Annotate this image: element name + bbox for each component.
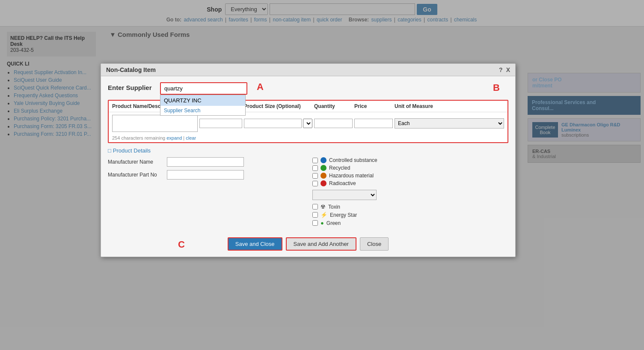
supplier-dropdown-item[interactable]: QUARTZY INC bbox=[160, 95, 245, 106]
product-details-label: Product Details bbox=[113, 147, 151, 154]
col-product-size: Product Size (Optional) bbox=[244, 103, 312, 109]
close-button[interactable]: Close bbox=[360, 237, 389, 251]
label-b: B bbox=[493, 82, 500, 93]
label-c: C bbox=[178, 239, 185, 250]
product-name-input[interactable] bbox=[112, 115, 198, 132]
green-icon: ● bbox=[321, 220, 324, 226]
energy-label: Energy Star bbox=[330, 212, 357, 218]
product-details-right: Controlled substance Recycled Hazardous … bbox=[312, 157, 508, 226]
modal-help-button[interactable]: ? bbox=[499, 66, 503, 73]
modal-footer: C Save and Close Save and Add Another Cl… bbox=[101, 232, 515, 257]
chars-remaining: 254 characters remaining expand | clear bbox=[109, 135, 507, 142]
enter-supplier-label: Enter Supplier bbox=[108, 84, 155, 91]
manufacturer-part-input[interactable] bbox=[167, 170, 244, 179]
unit-of-measure-select[interactable]: Each bbox=[395, 118, 504, 129]
manufacturer-name-row: Manufacturer Name bbox=[108, 157, 304, 167]
radioactive-icon bbox=[321, 180, 326, 186]
checkbox-hazardous: Hazardous material bbox=[312, 173, 508, 179]
supplier-search-link[interactable]: Supplier Search bbox=[160, 106, 245, 115]
collapse-icon: □ bbox=[108, 147, 111, 154]
green-checkbox[interactable] bbox=[312, 220, 318, 226]
modal-close-button[interactable]: X bbox=[506, 66, 510, 73]
toxin-icon: ☢ bbox=[321, 203, 326, 210]
radioactive-dropdown[interactable] bbox=[312, 190, 377, 200]
hazardous-checkbox[interactable] bbox=[312, 173, 318, 179]
supplier-section: Enter Supplier QUARTZY INC Supplier Sear… bbox=[108, 82, 508, 95]
col-quantity: Quantity bbox=[314, 103, 353, 109]
product-details-left: Manufacturer Name Manufacturer Part No bbox=[108, 157, 304, 226]
product-size-unit[interactable] bbox=[303, 119, 312, 128]
recycled-label: Recycled bbox=[329, 165, 350, 171]
controlled-label: Controlled substance bbox=[329, 157, 377, 163]
supplier-dropdown: QUARTZY INC Supplier Search bbox=[160, 95, 246, 116]
manufacturer-part-row: Manufacturer Part No bbox=[108, 170, 304, 179]
hazardous-icon bbox=[321, 173, 326, 179]
modal-header-icons: ? X bbox=[499, 66, 510, 73]
recycled-icon bbox=[321, 165, 326, 171]
save-add-button[interactable]: Save and Add Another bbox=[286, 237, 356, 251]
product-details-body: Manufacturer Name Manufacturer Part No bbox=[108, 157, 508, 226]
checkbox-energy: ⚡ Energy Star bbox=[312, 212, 508, 218]
radioactive-checkbox[interactable] bbox=[312, 181, 318, 186]
checkbox-recycled: Recycled bbox=[312, 165, 508, 171]
energy-icon: ⚡ bbox=[321, 212, 327, 218]
clear-link[interactable]: clear bbox=[186, 135, 196, 141]
expand-link[interactable]: expand bbox=[166, 135, 182, 141]
manufacturer-part-label: Manufacturer Part No bbox=[108, 172, 163, 178]
checkbox-radioactive: Radioactive bbox=[312, 180, 508, 186]
price-input[interactable] bbox=[354, 119, 393, 128]
hazardous-label: Hazardous material bbox=[329, 173, 374, 179]
green-label: Green bbox=[326, 220, 341, 226]
quantity-input[interactable] bbox=[314, 119, 353, 128]
energy-checkbox[interactable] bbox=[312, 212, 318, 218]
supplier-input-wrap bbox=[160, 82, 247, 95]
modal-body: Enter Supplier QUARTZY INC Supplier Sear… bbox=[101, 76, 515, 232]
product-size-inputs bbox=[244, 119, 312, 128]
checkbox-toxin: ☢ Toxin bbox=[312, 203, 508, 210]
catalog-no-input[interactable] bbox=[199, 119, 242, 128]
modal-header: Non-Catalog Item ? X bbox=[101, 64, 515, 76]
modal-title: Non-Catalog Item bbox=[106, 66, 156, 73]
manufacturer-name-label: Manufacturer Name bbox=[108, 159, 163, 165]
col-price: Price bbox=[354, 103, 393, 109]
controlled-checkbox[interactable] bbox=[312, 158, 318, 163]
product-details-header[interactable]: □ Product Details bbox=[108, 147, 508, 154]
product-details-section: □ Product Details Manufacturer Name Manu… bbox=[108, 147, 508, 226]
manufacturer-name-input[interactable] bbox=[167, 157, 244, 167]
radioactive-dropdown-row bbox=[312, 190, 508, 200]
toxin-checkbox[interactable] bbox=[312, 204, 318, 209]
controlled-icon bbox=[321, 157, 326, 163]
product-size-value[interactable] bbox=[244, 119, 302, 128]
toxin-label: Toxin bbox=[328, 204, 340, 210]
checkbox-green: ● Green bbox=[312, 220, 508, 226]
modal: Non-Catalog Item ? X Enter Supplier QUAR… bbox=[101, 63, 516, 257]
checkbox-controlled: Controlled substance bbox=[312, 157, 508, 163]
recycled-checkbox[interactable] bbox=[312, 165, 318, 171]
label-a: A bbox=[257, 81, 264, 93]
col-unit-of-measure: Unit of Measure bbox=[395, 103, 504, 109]
supplier-input[interactable] bbox=[161, 83, 246, 94]
save-close-button[interactable]: Save and Close bbox=[228, 237, 282, 251]
radioactive-label: Radioactive bbox=[329, 180, 356, 186]
